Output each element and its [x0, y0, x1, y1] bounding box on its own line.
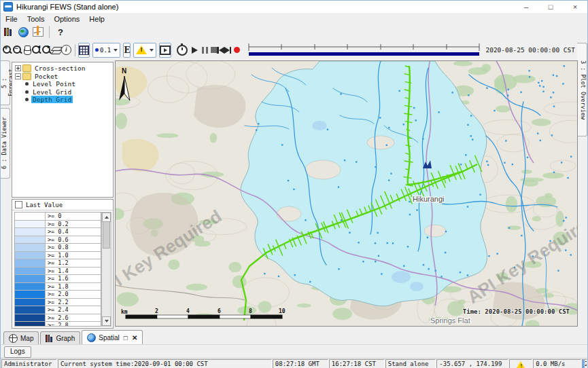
threshold-dropdown[interactable]: 0.1 [92, 43, 120, 58]
zoom-out-icon: − [12, 45, 22, 55]
step-back-button[interactable] [217, 43, 224, 57]
tab-close-icon[interactable]: ✕ [132, 334, 137, 342]
map-display-button[interactable] [16, 25, 31, 39]
time-slider[interactable] [247, 42, 481, 58]
legend-row[interactable]: >= 0.6 [15, 236, 101, 244]
record-button[interactable] [234, 43, 240, 57]
profile-display-button[interactable] [31, 25, 46, 39]
map-canvas[interactable]: API Key Required API Key Required Hikura… [116, 61, 577, 326]
legend-row[interactable]: >= 0 [15, 213, 101, 221]
legend-scrollbar[interactable] [101, 212, 111, 327]
movie-player-button[interactable] [159, 43, 171, 58]
legend-row[interactable]: >= 2.8 [15, 322, 101, 327]
level-point-dot [403, 265, 404, 267]
forest-patch [117, 292, 139, 306]
legend-row[interactable]: >= 0.4 [15, 228, 101, 236]
expand-icon[interactable] [15, 65, 21, 71]
last-value-checkbox[interactable] [15, 201, 22, 208]
tab-spatial[interactable]: Spatial □ ✕ [82, 330, 143, 344]
tab-maximize-icon[interactable]: □ [124, 334, 128, 342]
animation-timer-button[interactable] [177, 43, 188, 57]
legend-swatch [15, 283, 46, 291]
legend-row[interactable]: >= 1.4 [15, 268, 101, 276]
graph-bars-icon [46, 335, 53, 342]
island-patch [424, 225, 446, 237]
step-forward-button[interactable] [224, 43, 232, 57]
pause-button[interactable] [202, 43, 208, 57]
scroll-down-button[interactable] [102, 316, 111, 326]
level-point-dot [496, 253, 498, 254]
tree-item-level-point[interactable]: Level Point [15, 80, 113, 88]
close-button[interactable]: × [563, 1, 587, 13]
help-button[interactable]: ? [53, 25, 68, 39]
legend-row[interactable]: >= 2.2 [15, 299, 101, 307]
tree-item-pocket[interactable]: Pocket [15, 73, 113, 81]
level-point-dot [386, 145, 387, 146]
status-warning-cell[interactable] [509, 359, 532, 368]
tab-graph-label: Graph [56, 335, 75, 342]
level-point-dot [542, 86, 544, 88]
info-icon: i [61, 45, 71, 55]
legend-swatch [15, 314, 46, 322]
scroll-up-button[interactable] [102, 213, 111, 222]
scrollbar-thumb[interactable] [103, 221, 110, 249]
level-point-dot [379, 117, 381, 118]
legend-row[interactable]: >= 1.2 [15, 259, 101, 268]
legend-row[interactable]: >= 2.0 [15, 291, 101, 299]
tab-data-viewer[interactable]: 6 : Data Viewer [1, 108, 10, 179]
pan-button[interactable] [22, 43, 31, 57]
play-button[interactable] [192, 43, 198, 57]
legend-row[interactable]: >= 2.6 [15, 314, 101, 323]
level-point-dot [440, 276, 442, 277]
legend-label: >= 2.8 [46, 322, 101, 327]
tab-forecast[interactable]: 5 : Forecast [1, 60, 10, 105]
map-viewport[interactable]: API Key Required API Key Required Hikura… [115, 60, 578, 327]
level-point-dot [375, 261, 376, 262]
legend-label: >= 1.8 [46, 283, 101, 291]
level-point-dot [377, 232, 378, 234]
database-button[interactable] [1, 25, 16, 39]
maximize-button[interactable]: □ [538, 1, 563, 13]
forest-patch [258, 301, 272, 312]
minimize-button[interactable]: – [514, 1, 538, 13]
legend-label: >= 0.6 [46, 236, 101, 244]
legend-row[interactable]: >= 0.8 [15, 244, 101, 252]
info-button[interactable]: i [61, 43, 71, 57]
stop-button[interactable] [211, 43, 217, 57]
zoom-next-button[interactable]: ▸ [41, 43, 52, 57]
menu-tools[interactable]: Tools [22, 15, 50, 23]
tab-map[interactable]: Map [3, 331, 39, 344]
arrow-up-icon [105, 216, 109, 219]
layers-button[interactable] [52, 43, 61, 57]
legend-row[interactable]: >= 1.0 [15, 252, 101, 260]
zoom-previous-button[interactable]: ◂ [31, 43, 41, 57]
tab-map-label: Map [20, 335, 33, 342]
legend-row[interactable]: >= 0.2 [15, 221, 101, 229]
warning-dropdown[interactable] [133, 43, 156, 58]
grid-display-button[interactable] [78, 43, 90, 58]
legend-row[interactable]: >= 1.6 [15, 275, 101, 283]
legend-row[interactable]: >= 1.8 [15, 283, 101, 291]
menu-file[interactable]: File [1, 15, 22, 23]
menu-options[interactable]: Options [49, 15, 84, 23]
tree-item-cross-section[interactable]: Cross-section [15, 65, 113, 73]
node-bullet-icon [25, 82, 29, 86]
wireframe-globe-icon [9, 334, 18, 343]
tree-item-level-grid[interactable]: Level Grid [15, 88, 113, 96]
tab-plot-overview[interactable]: 3 : Plot Overview [577, 43, 587, 136]
menu-help[interactable]: Help [84, 15, 109, 23]
longitudinal-profile-button[interactable]: E [123, 43, 131, 58]
level-point-dot [460, 272, 461, 273]
logs-button[interactable]: Logs [4, 346, 31, 358]
zoom-out-button[interactable]: − [12, 43, 22, 57]
legend-row[interactable]: >= 2.4 [15, 306, 101, 314]
level-point-dot [327, 129, 328, 130]
level-point-dot [416, 209, 417, 210]
collapse-icon[interactable] [15, 73, 21, 79]
status-memory[interactable]: 2.5 GB [582, 359, 587, 368]
tree-item-depth-grid[interactable]: Depth Grid [15, 96, 113, 104]
level-point-dot [390, 172, 392, 174]
time-slider-bar [249, 52, 479, 56]
tab-graph[interactable]: Graph [40, 331, 80, 344]
zoom-in-button[interactable]: + [2, 43, 12, 57]
